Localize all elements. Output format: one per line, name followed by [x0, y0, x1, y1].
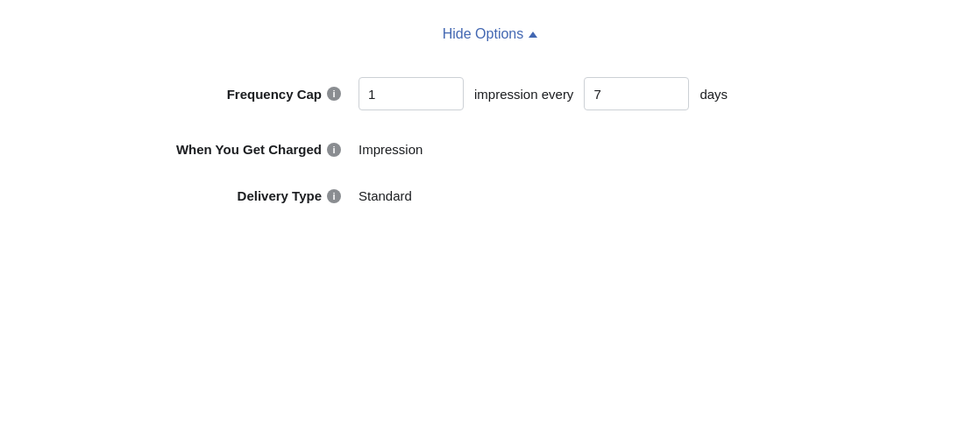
hide-options-label: Hide Options	[443, 26, 524, 42]
when-charged-label-group: When You Get Charged i	[96, 142, 359, 157]
when-charged-row: When You Get Charged i Impression	[96, 142, 884, 157]
when-charged-label: When You Get Charged	[176, 142, 322, 157]
hide-options-button[interactable]: Hide Options	[443, 26, 538, 42]
delivery-type-value-group: Standard	[359, 188, 412, 203]
frequency-cap-label-group: Frequency Cap i	[96, 87, 359, 102]
frequency-cap-days-input[interactable]	[584, 77, 689, 110]
delivery-type-label: Delivery Type	[238, 188, 322, 203]
delivery-type-row: Delivery Type i Standard	[96, 188, 884, 203]
when-charged-info-icon[interactable]: i	[327, 143, 341, 157]
frequency-cap-row: Frequency Cap i impression every days	[96, 77, 884, 110]
delivery-type-info-icon[interactable]: i	[327, 189, 341, 203]
frequency-cap-days-suffix: days	[699, 87, 728, 102]
delivery-type-value: Standard	[359, 188, 412, 203]
when-charged-value-group: Impression	[359, 142, 423, 157]
frequency-cap-info-icon[interactable]: i	[327, 87, 341, 101]
arrow-up-icon	[529, 32, 537, 38]
options-form: Frequency Cap i impression every days Wh…	[96, 77, 884, 203]
frequency-cap-impressions-input[interactable]	[359, 77, 464, 110]
delivery-type-label-group: Delivery Type i	[96, 188, 359, 203]
when-charged-value: Impression	[359, 142, 423, 157]
frequency-cap-value-group: impression every days	[359, 77, 728, 110]
frequency-cap-between-text: impression every	[474, 87, 573, 102]
frequency-cap-label: Frequency Cap	[227, 87, 322, 102]
